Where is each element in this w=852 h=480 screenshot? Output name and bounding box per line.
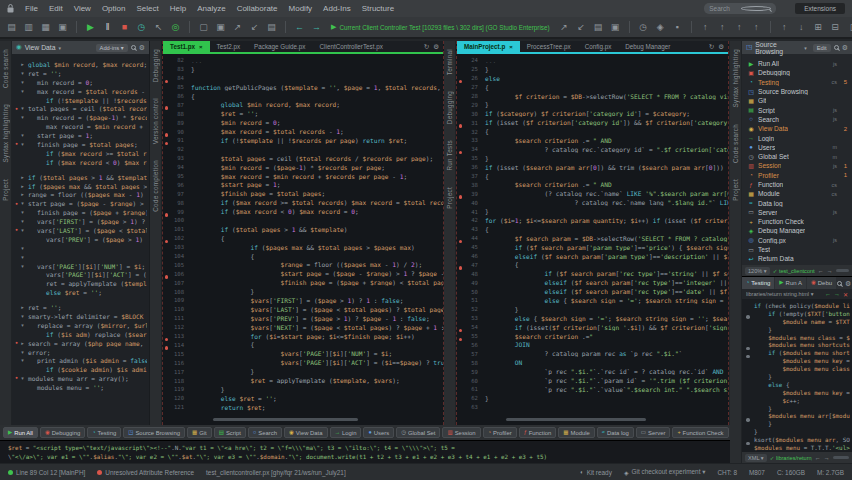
tree-row[interactable]: ●▾modules_menu_arr = array(); xyxy=(14,374,147,383)
breakpoint-gutter[interactable] xyxy=(457,229,464,247)
dock-tab-project[interactable]: Project xyxy=(732,179,739,201)
editor-tab-test2-px[interactable]: Test2.px xyxy=(210,41,247,52)
bottom-tab-profiler[interactable]: ◔Profiler xyxy=(483,427,517,438)
breakpoint-gutter[interactable] xyxy=(744,408,752,426)
browser-item-session[interactable]: ▥Sessionjs1 xyxy=(745,161,849,170)
bottom-tab-function[interactable]: ƒFunction xyxy=(519,427,557,438)
refresh-icon[interactable]: ↻ xyxy=(424,43,429,51)
tree-row[interactable]: ▾ xyxy=(14,253,147,262)
status-item-git-checkout-experiment[interactable]: ◈Git checkout experiment ▾ xyxy=(624,468,706,476)
breakpoint-gutter[interactable] xyxy=(744,344,752,362)
dock-tab-debugging[interactable]: Debugging xyxy=(446,91,453,124)
bottom-tab-source-browsing[interactable]: ◳Source Browsing xyxy=(123,427,185,438)
dock-tab-code-search[interactable]: Code search xyxy=(2,49,9,88)
tree-toggle-icon[interactable]: ▾ xyxy=(19,219,26,224)
refresh-icon[interactable]: ↻ xyxy=(709,43,714,51)
tree-row[interactable]: ▾ xyxy=(14,244,147,253)
tree-row[interactable]: vars['PREV'] = ($page > 1) ? $page - xyxy=(14,235,147,244)
breakpoint-gutter[interactable] xyxy=(457,140,464,158)
status-item-cht-8[interactable]: CHT: 8 xyxy=(717,469,737,476)
tree-toggle-icon[interactable]: ▾ xyxy=(19,142,26,147)
bottom-tab-server[interactable]: ▭Server xyxy=(636,427,671,438)
search-icon[interactable] xyxy=(131,45,136,50)
tree-row[interactable]: ▸range = floor (($pages_max - 1) / 2); xyxy=(14,190,147,199)
tree-row[interactable]: if ($max_record < 0) $max_record = 0; xyxy=(14,158,147,167)
breakpoint-icon[interactable] xyxy=(165,80,169,84)
browser-item-module[interactable]: ▦Modulecs xyxy=(745,189,849,198)
browser-item-login[interactable]: →Login xyxy=(745,133,849,142)
browser-item-run-all[interactable]: ▶Run Alljs xyxy=(745,59,849,68)
breakpoint-icon[interactable] xyxy=(459,124,463,128)
breakpoint-icon[interactable] xyxy=(746,442,750,446)
gear-icon[interactable]: ⚙ xyxy=(718,43,724,51)
tree-row[interactable]: ●▾vars['LAST'] = ($page < $total_pages) … xyxy=(14,226,147,235)
bottom-tab-session[interactable]: ▥Session xyxy=(442,427,480,438)
chevron-down-icon[interactable]: ▾ xyxy=(804,45,807,51)
edit-button[interactable]: Edit xyxy=(813,44,831,52)
tree-toggle-icon[interactable]: ▾ xyxy=(19,89,26,94)
bottom-tab-login[interactable]: →Login xyxy=(330,427,362,438)
tree-row[interactable]: ▾error; xyxy=(14,348,147,357)
browser-item-source-browsing[interactable]: ◳Source Browsing xyxy=(745,87,849,96)
extensions-button[interactable]: Extensions xyxy=(795,3,845,14)
run-icon[interactable]: ▶ xyxy=(84,23,97,32)
tree-toggle-icon[interactable]: ▸ xyxy=(19,62,26,67)
export-icon[interactable]: ↗ xyxy=(231,23,244,32)
code-area[interactable]: 24...25}26else27{28 $f_criterion = $DB->… xyxy=(457,54,728,416)
breakpoint-icon[interactable] xyxy=(165,142,169,146)
add-box-icon[interactable]: ⊞ xyxy=(812,23,825,32)
testing-tab-run-a[interactable]: ▶Run A xyxy=(775,277,806,289)
step-back-icon[interactable]: ↑ xyxy=(750,23,763,32)
tab-close-icon[interactable]: × xyxy=(199,44,203,50)
browser-item-debug-manager[interactable]: ◈Debug Manager xyxy=(745,226,849,235)
browser-item-script[interactable]: ▤Scriptjs xyxy=(745,105,849,114)
tree-row[interactable]: ▾start_page = 1; xyxy=(14,131,147,140)
breakpoint-gutter[interactable] xyxy=(163,131,170,149)
dock-tab-terminal[interactable]: Terminal xyxy=(446,49,453,75)
menu-search-input[interactable]: Search xyxy=(704,3,776,14)
dock-tab-debugging[interactable]: Debugging xyxy=(152,49,159,82)
menu-item-analyze[interactable]: Analyze xyxy=(197,4,225,13)
bottom-tab-data-log[interactable]: ≈Data log xyxy=(597,427,634,438)
breakpoint-icon[interactable] xyxy=(459,151,463,155)
window-icon[interactable]: ▢ xyxy=(197,23,210,32)
tree-toggle-icon[interactable]: ▾ xyxy=(19,358,26,363)
tree-toggle-icon[interactable]: ▾ xyxy=(19,106,26,111)
breakpoint-icon[interactable] xyxy=(459,266,463,270)
bottom-tab-testing[interactable]: ◔Testing xyxy=(87,427,121,438)
history-icon[interactable]: ◷ xyxy=(135,23,148,32)
horizontal-scrollbar[interactable] xyxy=(171,417,435,423)
bottom-tab-function-check[interactable]: +Function Check xyxy=(672,427,728,438)
dock-tab-project[interactable]: Project xyxy=(2,179,9,201)
breakpoint-icon[interactable] xyxy=(165,275,169,279)
file-add-icon[interactable]: ▥ xyxy=(22,23,35,32)
breakpoint-gutter[interactable] xyxy=(457,327,464,345)
tree-row[interactable]: ▸global $min_record, $max_record; xyxy=(14,60,147,69)
search-icon[interactable] xyxy=(834,45,839,50)
editor-tab-config-px[interactable]: Config.px xyxy=(578,41,619,52)
tree-row[interactable]: ▸if ($total_pages > 1 && $template) xyxy=(14,173,147,182)
menu-item-modify[interactable]: Modify xyxy=(289,4,313,13)
breakpoint-gutter[interactable] xyxy=(163,336,170,354)
tree-row[interactable]: ▾vars['FIRST'] = ($page > 1) ? 1 : false… xyxy=(14,217,147,226)
bottom-tab-run-all[interactable]: ▶Run All xyxy=(3,427,38,438)
remove-box-icon[interactable]: ⊟ xyxy=(829,23,842,32)
forward-icon[interactable]: → xyxy=(310,23,323,32)
tree-row[interactable]: else $ret = ''; xyxy=(14,288,147,297)
tree-toggle-icon[interactable]: ▾ xyxy=(19,210,26,215)
breakpoint-icon[interactable] xyxy=(459,240,463,244)
browser-item-function-check[interactable]: +Function Check xyxy=(745,217,849,226)
tree-row[interactable]: ▾min_record = ($page-1) * $records_per_p… xyxy=(14,113,147,122)
tree-row[interactable]: modules_menu = ''; xyxy=(14,383,147,392)
folder-export-icon[interactable]: ↗ xyxy=(558,23,571,32)
breakpoint-icon[interactable] xyxy=(459,338,463,342)
editor-tab-clientcontrollertest-px[interactable]: ClientControllerTest.px xyxy=(313,41,390,52)
tree-toggle-icon[interactable]: ▾ xyxy=(19,80,26,85)
trash-icon[interactable]: ▯ xyxy=(846,23,852,32)
tree-toggle-icon[interactable]: ▾ xyxy=(19,323,26,328)
back-icon[interactable]: ← xyxy=(293,23,306,32)
breakpoint-icon[interactable] xyxy=(746,418,750,422)
search-icon[interactable] xyxy=(837,281,842,286)
copy-icon[interactable]: ▣ xyxy=(609,23,622,32)
browser-item-server[interactable]: ▭Serverjs xyxy=(745,208,849,217)
